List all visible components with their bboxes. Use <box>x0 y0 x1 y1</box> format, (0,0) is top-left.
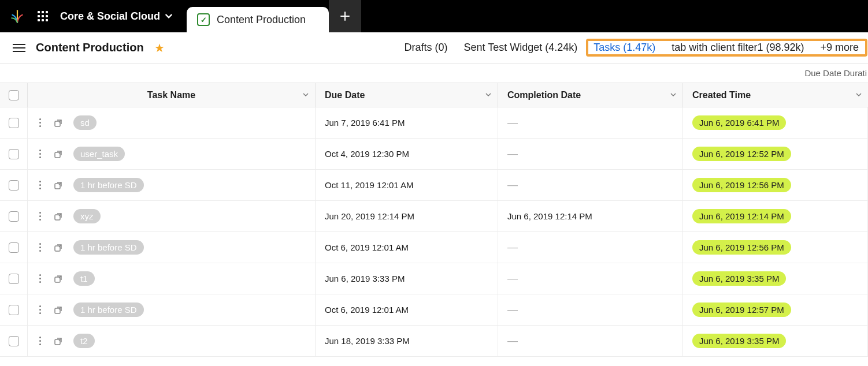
due-date-cell: Jun 6, 2019 3:33 PM <box>316 263 498 294</box>
row-menu-icon[interactable] <box>37 241 43 254</box>
row-select-cell <box>0 232 28 263</box>
overflow-column-hint: Due Date Durati <box>804 68 867 78</box>
created-time-cell: Jun 6, 2019 12:52 PM <box>683 139 868 169</box>
plus-icon <box>339 10 351 22</box>
open-task-icon[interactable] <box>53 273 64 285</box>
row-checkbox[interactable] <box>9 305 19 315</box>
row-menu-icon[interactable] <box>37 272 43 285</box>
column-header-created[interactable]: Created Time <box>683 83 868 107</box>
task-name-cell: user_task <box>28 139 316 169</box>
task-name-cell: t2 <box>28 326 316 356</box>
row-menu-icon[interactable] <box>37 303 43 316</box>
completion-date-cell: — <box>498 294 683 325</box>
column-label: Created Time <box>692 90 751 100</box>
view-tab[interactable]: Drafts (0) <box>405 42 448 54</box>
page-title: Content Production <box>36 41 144 54</box>
created-time-value: Jun 6, 2019 3:35 PM <box>692 334 786 348</box>
created-time-value: Jun 6, 2019 12:14 PM <box>692 209 791 223</box>
add-tab-button[interactable] <box>329 0 361 32</box>
task-name-pill[interactable]: 1 hr before SD <box>73 240 144 255</box>
due-date-value: Jun 18, 2019 3:33 PM <box>325 336 410 346</box>
checklist-icon <box>197 13 210 26</box>
column-label: Due Date <box>325 90 365 100</box>
open-task-icon[interactable] <box>53 117 64 129</box>
task-name-pill[interactable]: xyz <box>73 209 101 223</box>
created-time-cell: Jun 6, 2019 3:35 PM <box>683 326 868 356</box>
view-tab[interactable]: Sent Test Widget (4.24k) <box>464 42 578 54</box>
completion-date-cell: — <box>498 232 683 263</box>
due-date-cell: Oct 6, 2019 12:01 AM <box>316 294 498 325</box>
row-checkbox[interactable] <box>9 242 19 253</box>
favorite-star-icon[interactable]: ★ <box>154 41 165 55</box>
due-date-cell: Oct 4, 2019 12:30 PM <box>316 139 498 169</box>
empty-value: — <box>507 179 518 191</box>
chevron-down-icon[interactable] <box>855 90 862 100</box>
table-row: t2Jun 18, 2019 3:33 PM—Jun 6, 2019 3:35 … <box>0 326 868 357</box>
empty-value: — <box>507 272 518 285</box>
due-date-value: Oct 4, 2019 12:30 PM <box>325 149 409 159</box>
created-time-cell: Jun 6, 2019 12:56 PM <box>683 170 868 200</box>
apps-launcher-icon[interactable] <box>36 9 50 23</box>
row-select-cell <box>0 294 28 325</box>
workspace-switcher[interactable]: Core & Social Cloud <box>60 10 173 23</box>
row-checkbox[interactable] <box>9 149 19 159</box>
row-select-cell <box>0 107 28 138</box>
task-name-pill[interactable]: t2 <box>73 334 95 348</box>
open-task-icon[interactable] <box>53 148 64 160</box>
row-checkbox[interactable] <box>9 336 19 346</box>
open-task-icon[interactable] <box>53 304 64 316</box>
select-all-checkbox[interactable] <box>9 90 19 100</box>
task-name-cell: 1 hr before SD <box>28 170 316 200</box>
task-name-cell: sd <box>28 107 316 138</box>
completion-date-cell: — <box>498 139 683 169</box>
open-task-icon[interactable] <box>53 180 64 191</box>
table-row: 1 hr before SDOct 6, 2019 12:01 AM—Jun 6… <box>0 232 868 263</box>
select-all-cell <box>0 83 28 107</box>
chevron-down-icon[interactable] <box>670 90 677 100</box>
table-row: xyzJun 20, 2019 12:14 PMJun 6, 2019 12:1… <box>0 201 868 232</box>
due-date-cell: Jun 7, 2019 6:41 PM <box>316 107 498 138</box>
open-task-icon[interactable] <box>53 211 64 222</box>
table-row: 1 hr before SDOct 6, 2019 12:01 AM—Jun 6… <box>0 294 868 326</box>
created-time-cell: Jun 6, 2019 12:14 PM <box>683 201 868 231</box>
view-tab[interactable]: +9 more <box>820 42 859 54</box>
task-name-pill[interactable]: 1 hr before SD <box>73 178 144 192</box>
due-date-value: Oct 11, 2019 12:01 AM <box>325 180 413 190</box>
row-checkbox[interactable] <box>9 118 19 128</box>
task-name-pill[interactable]: 1 hr before SD <box>73 302 144 317</box>
row-menu-icon[interactable] <box>37 178 43 192</box>
row-menu-icon[interactable] <box>37 334 43 348</box>
column-header-task[interactable]: Task Name <box>28 83 316 107</box>
chevron-down-icon[interactable] <box>485 90 492 100</box>
created-time-value: Jun 6, 2019 12:56 PM <box>692 240 791 255</box>
task-name-cell: xyz <box>28 201 316 231</box>
created-time-value: Jun 6, 2019 6:41 PM <box>692 115 786 130</box>
view-tab[interactable]: tab with client filter1 (98.92k) <box>672 42 804 54</box>
column-header-completion[interactable]: Completion Date <box>498 83 683 107</box>
created-time-cell: Jun 6, 2019 12:56 PM <box>683 232 868 263</box>
open-task-icon[interactable] <box>53 242 64 253</box>
task-name-pill[interactable]: t1 <box>73 271 95 286</box>
chevron-down-icon[interactable] <box>302 90 309 100</box>
row-checkbox[interactable] <box>9 180 19 191</box>
empty-value: — <box>507 335 518 347</box>
empty-value: — <box>507 304 518 316</box>
due-date-value: Jun 20, 2019 12:14 PM <box>325 211 414 221</box>
row-checkbox[interactable] <box>9 274 19 284</box>
row-checkbox[interactable] <box>9 211 19 222</box>
row-select-cell <box>0 139 28 169</box>
task-name-pill[interactable]: user_task <box>73 147 125 161</box>
task-name-pill[interactable]: sd <box>73 115 97 130</box>
row-menu-icon[interactable] <box>37 116 43 129</box>
table-row: user_taskOct 4, 2019 12:30 PM—Jun 6, 201… <box>0 139 868 170</box>
top-tab-content-production[interactable]: Content Production <box>187 7 329 32</box>
created-time-value: Jun 6, 2019 12:52 PM <box>692 147 791 161</box>
view-tabs: Drafts (0)Sent Test Widget (4.24k)Tasks … <box>405 42 859 54</box>
open-task-icon[interactable] <box>53 335 64 347</box>
column-header-due[interactable]: Due Date <box>316 83 498 107</box>
row-menu-icon[interactable] <box>37 147 43 160</box>
view-tab[interactable]: Tasks (1.47k) <box>593 42 655 54</box>
menu-icon[interactable] <box>13 42 25 54</box>
column-label: Completion Date <box>507 90 581 100</box>
row-menu-icon[interactable] <box>37 210 43 223</box>
